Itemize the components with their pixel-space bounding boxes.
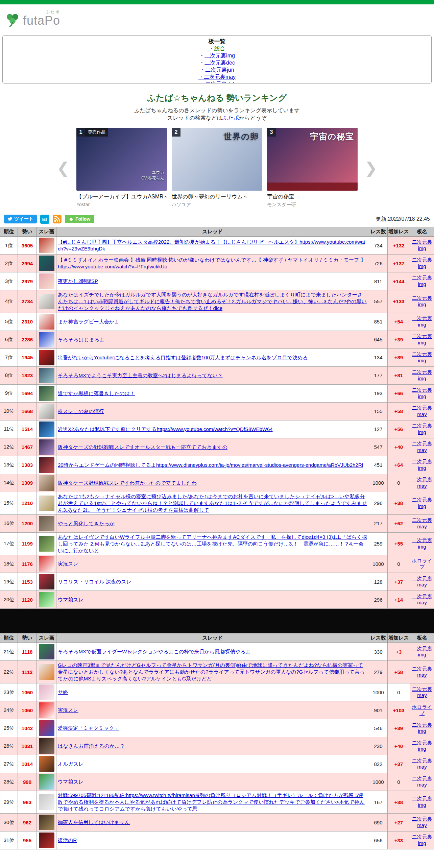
thread-link[interactable]: 夜更かし2時間SP: [58, 278, 367, 285]
board-link[interactable]: 二次元裏img: [411, 295, 433, 308]
thread-link[interactable]: やっと風化してきたっか: [58, 520, 367, 527]
board-link[interactable]: 二次元裏img: [411, 796, 433, 809]
rss-icon[interactable]: [53, 215, 62, 223]
board-link[interactable]: 二次元裏may: [411, 517, 433, 530]
thread-thumbnail[interactable]: [39, 368, 54, 383]
thread-link[interactable]: 御家人を信用してはいけません: [58, 819, 367, 826]
thread-link[interactable]: 復活のR: [58, 837, 367, 844]
thread-thumbnail[interactable]: [39, 592, 54, 607]
board-link[interactable]: 二次元裏may: [411, 758, 433, 771]
feedly-follow-button[interactable]: Follow: [65, 215, 94, 223]
thread-thumbnail[interactable]: [39, 738, 54, 754]
thread-thumbnail[interactable]: [39, 556, 54, 572]
board-link[interactable]: 二次元裏img: [411, 351, 433, 364]
hatena-bookmark-button[interactable]: B!: [40, 215, 49, 224]
thread-thumbnail[interactable]: [39, 794, 54, 810]
thread-link[interactable]: 【#にじさんじ甲子園】王立ヘルエスタ高校2022、最初の夏が始まる！【にじさんじ…: [58, 239, 367, 252]
board-link[interactable]: 二次元裏img: [411, 834, 433, 847]
board-link[interactable]: 二次元裏img: [411, 497, 433, 510]
thread-link[interactable]: ウマ娘スレ: [58, 778, 367, 785]
thread-link[interactable]: オルガスレ: [58, 761, 367, 767]
thread-thumbnail[interactable]: [39, 644, 54, 659]
carousel-slide[interactable]: 1 専売作品 ユウカ CV:春花らん 【ブルーアーカイブ】ユウカASMR～頑張 …: [76, 128, 167, 208]
board-link[interactable]: 二次元裏img: [411, 740, 433, 753]
board-link[interactable]: 二次元裏img: [411, 239, 433, 252]
thread-thumbnail[interactable]: [39, 350, 54, 365]
thread-link[interactable]: 愛称決定「ミャクミャク」: [58, 725, 367, 731]
thread-thumbnail[interactable]: [39, 294, 54, 309]
thread-link[interactable]: Gレコの映画3部まで見たんだけどGセルフって金星からトワサンガ(月の裏側)経由で…: [58, 662, 367, 682]
thread-thumbnail[interactable]: [39, 273, 54, 289]
board-link[interactable]: 二次元裏img: [411, 387, 433, 400]
site-logo[interactable]: ふたポ futaPo: [23, 14, 60, 28]
thread-thumbnail[interactable]: [39, 833, 54, 848]
board-link[interactable]: 二次元裏img: [411, 646, 433, 658]
slide-image[interactable]: 2 世界の卵: [172, 128, 262, 191]
carousel-next-arrow[interactable]: ❯: [363, 159, 379, 177]
thread-thumbnail[interactable]: [39, 815, 54, 830]
thread-thumbnail[interactable]: [39, 702, 54, 718]
thread-link[interactable]: そろそろMXで仮面ライダーWセレクションやるよこの枠で来月から風都探偵やるよ: [58, 648, 367, 655]
thread-thumbnail[interactable]: [39, 496, 54, 511]
board-link[interactable]: ホロライブ: [411, 704, 433, 717]
thread-link[interactable]: そろそろMXでようこそ実力至上主義の教室へ2はじまるよ待ってない？: [58, 372, 367, 379]
thread-thumbnail[interactable]: [39, 314, 54, 330]
board-link[interactable]: 二次元裏may: [411, 686, 433, 699]
board-link[interactable]: ホロライブ: [411, 558, 433, 571]
futapo-link[interactable]: ふたポ: [222, 115, 239, 121]
board-link[interactable]: 二次元裏may: [411, 776, 433, 789]
thread-link[interactable]: 誰ですか黒板に落書きしたのは！: [58, 390, 367, 397]
board-link[interactable]: 二次元裏img: [411, 315, 433, 328]
board-link[interactable]: 二次元裏img: [411, 459, 433, 472]
board-link[interactable]: 二次元裏img: [411, 369, 433, 382]
board-list-link[interactable]: ・総合: [3, 45, 431, 52]
thread-link[interactable]: 岩男X2あなたは私以下です前にクリアするhttps://www.youtube.…: [58, 426, 367, 433]
thread-link[interactable]: ウマ娘スレ: [58, 596, 367, 603]
thread-link[interactable]: 阪神タケーズの野球観戦スレですオールスター戦も一応立てておきますの: [58, 444, 367, 451]
thread-link[interactable]: 出番がないからYoutuberになることを考える目指すは登録者数100万人まずは…: [58, 354, 367, 361]
board-link[interactable]: 二次元裏may: [411, 594, 433, 606]
thread-thumbnail[interactable]: [39, 720, 54, 736]
thread-thumbnail[interactable]: [39, 404, 54, 419]
board-link[interactable]: 二次元裏may: [411, 477, 433, 489]
thread-link[interactable]: そろそろはじまるよ: [58, 336, 367, 343]
thread-link[interactable]: あなたはレイヴンです白いWライフル中量二脚を駆ってアリーナへ挑みますACダイスで…: [58, 534, 367, 554]
thread-thumbnail[interactable]: [39, 238, 54, 253]
thread-thumbnail[interactable]: [39, 457, 54, 473]
thread-link[interactable]: 【 #ミミずオイオホラー映画会 】残穢 同時視聴 怖いのが嫌いなわけではないんで…: [58, 257, 367, 270]
thread-thumbnail[interactable]: [39, 256, 54, 271]
slide-image[interactable]: 3 宇宙の秘宝: [267, 128, 358, 191]
thread-thumbnail[interactable]: [39, 664, 54, 680]
thread-link[interactable]: 20時からエンドゲームの同時視聴してるよhttps://www.disneypl…: [58, 462, 367, 468]
board-link[interactable]: 二次元裏img: [411, 423, 433, 436]
thread-thumbnail[interactable]: [39, 475, 54, 491]
board-list-link[interactable]: ・二次元裏may: [3, 73, 431, 80]
thread-link[interactable]: サ終: [58, 689, 367, 696]
board-link[interactable]: 二次元裏img: [411, 275, 433, 288]
thread-link[interactable]: はなきんお前消えるのか…？: [58, 743, 367, 749]
slide-image[interactable]: 1 専売作品 ユウカ CV:春花らん: [76, 128, 167, 191]
carousel-prev-arrow[interactable]: ❮: [55, 159, 71, 177]
thread-thumbnail[interactable]: [39, 756, 54, 772]
thread-thumbnail[interactable]: [39, 574, 54, 589]
thread-link[interactable]: あなたはイズチでしたか今はガルルガです人間を襲うのが大好きなガルルガです現在村を…: [58, 291, 367, 312]
thread-link[interactable]: 対戦:599705観戦:121186配信:https://www.twitch.…: [58, 792, 367, 812]
board-link[interactable]: 二次元裏img: [411, 257, 433, 270]
board-link[interactable]: 二次元裏may: [411, 816, 433, 829]
thread-thumbnail[interactable]: [39, 386, 54, 401]
board-link[interactable]: 二次元裏img: [411, 722, 433, 735]
thread-thumbnail[interactable]: [39, 774, 54, 790]
thread-link[interactable]: また神宮ラグビー大会かよ: [58, 318, 367, 325]
thread-thumbnail[interactable]: [39, 421, 54, 437]
clover-logo-icon[interactable]: [5, 13, 20, 28]
board-list-link[interactable]: ・二次元裏jun: [3, 66, 431, 73]
board-link[interactable]: 二次元裏img: [411, 333, 433, 346]
board-link[interactable]: 二次元裏may: [411, 666, 433, 679]
thread-thumbnail[interactable]: [39, 684, 54, 700]
tweet-button[interactable]: ツイート: [4, 215, 37, 223]
board-link[interactable]: 二次元裏may: [411, 441, 433, 454]
board-list-link[interactable]: ・二次元裏img: [3, 52, 431, 59]
board-list-link[interactable]: ・二次元裏dat: [3, 80, 431, 83]
thread-link[interactable]: 阪神タケーズ野球観戦スレですわ無かったので立てましたわ: [58, 480, 367, 486]
thread-thumbnail[interactable]: [39, 516, 54, 531]
